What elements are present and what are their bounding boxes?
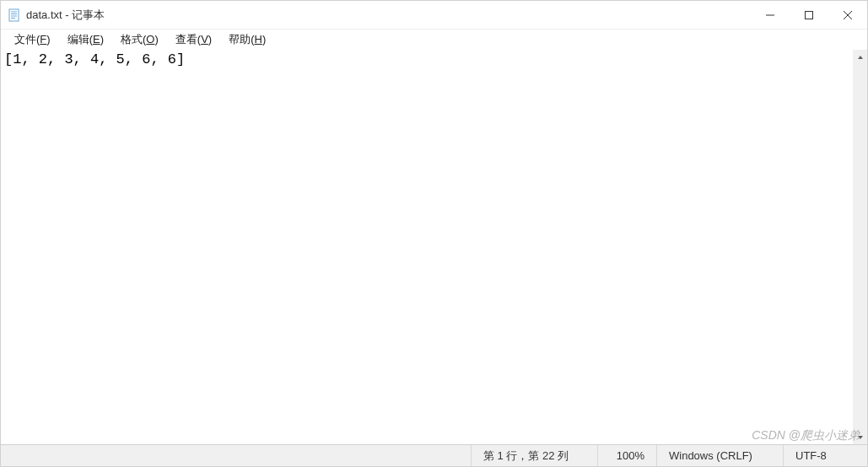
svg-marker-10 (858, 436, 863, 439)
titlebar: data.txt - 记事本 (1, 1, 867, 30)
maximize-button[interactable] (790, 1, 828, 29)
menu-help[interactable]: 帮助(H) (220, 30, 274, 49)
svg-rect-6 (806, 11, 813, 19)
svg-marker-9 (858, 56, 863, 59)
notepad-icon (8, 8, 21, 22)
vertical-scrollbar[interactable] (853, 50, 867, 444)
scroll-up-arrow-icon[interactable] (853, 50, 867, 64)
status-position: 第 1 行，第 22 列 (471, 445, 597, 466)
menu-format[interactable]: 格式(O) (112, 30, 167, 49)
svg-rect-0 (9, 9, 19, 21)
close-button[interactable] (828, 1, 867, 29)
scroll-track[interactable] (853, 64, 867, 430)
status-encoding: UTF-8 (783, 445, 867, 466)
text-editor[interactable]: [1, 2, 3, 4, 5, 6, 6] (1, 50, 853, 444)
menu-view[interactable]: 查看(V) (167, 30, 220, 49)
menubar: 文件(F) 编辑(E) 格式(O) 查看(V) 帮助(H) (1, 30, 867, 50)
content-wrapper: [1, 2, 3, 4, 5, 6, 6] (1, 50, 867, 444)
window-controls (751, 1, 867, 29)
window-title: data.txt - 记事本 (26, 8, 751, 23)
statusbar: 第 1 行，第 22 列 100% Windows (CRLF) UTF-8 (1, 444, 867, 466)
status-zoom: 100% (597, 445, 656, 466)
status-line-ending: Windows (CRLF) (656, 445, 783, 466)
menu-edit[interactable]: 编辑(E) (59, 30, 112, 49)
minimize-button[interactable] (751, 1, 790, 29)
menu-file[interactable]: 文件(F) (6, 30, 59, 49)
scroll-down-arrow-icon[interactable] (853, 430, 867, 444)
